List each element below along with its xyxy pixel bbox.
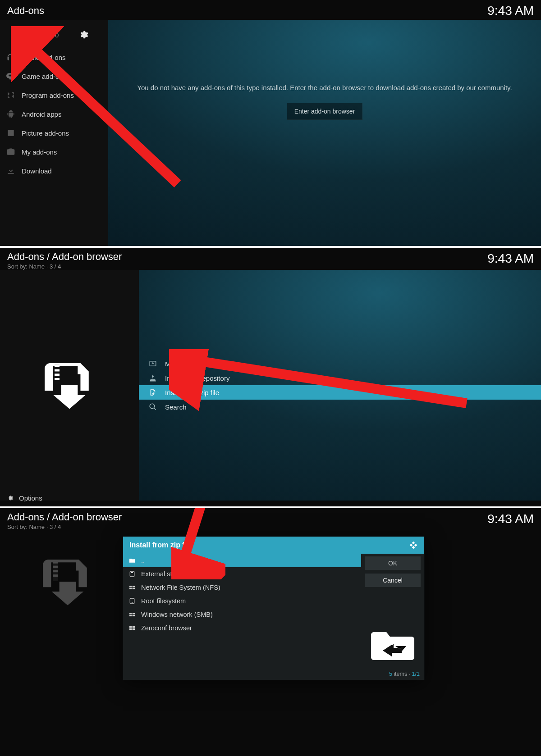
- svg-rect-26: [133, 615, 135, 616]
- dialog-row-up[interactable]: ..: [123, 554, 361, 567]
- install-from-zip-dialog: Install from zip file .. External storag…: [123, 536, 425, 680]
- sidebar-item-download[interactable]: Download: [0, 161, 108, 180]
- svg-rect-20: [133, 588, 135, 589]
- header: Add-ons 9:43 AM: [0, 0, 541, 20]
- install-from-zip-icon: [40, 557, 96, 608]
- dialog-row-label: ..: [141, 557, 145, 564]
- updates-count: 0: [55, 31, 59, 39]
- kodi-logo-icon: [409, 541, 418, 550]
- options-footer[interactable]: Options: [0, 491, 139, 506]
- header: Add-ons / Add-on browser Sort by: Name ·…: [0, 248, 541, 270]
- svg-rect-6: [55, 378, 60, 380]
- dialog-title-bar: Install from zip file: [123, 537, 424, 554]
- list-item-label: Install from repository: [165, 374, 229, 382]
- svg-rect-13: [53, 570, 58, 572]
- svg-rect-16: [131, 572, 133, 573]
- clock: 9:43 AM: [487, 4, 534, 18]
- sidebar: 0 Music add-ons Game add-ons Program add…: [0, 20, 108, 246]
- sidebar-item-label: Picture add-ons: [22, 129, 69, 137]
- clock: 9:43 AM: [487, 251, 534, 266]
- screen-addons: Add-ons 9:43 AM 0 Music add-ons: [0, 0, 541, 246]
- header: Add-ons / Add-on browser Sort by: Name ·…: [0, 508, 541, 530]
- dialog-row-smb[interactable]: Windows network (SMB): [123, 608, 361, 621]
- page-title: Add-ons / Add-on browser: [7, 251, 122, 262]
- sidebar-item-picture[interactable]: Picture add-ons: [0, 123, 108, 142]
- sidebar-item-program[interactable]: Program add-ons: [0, 86, 108, 105]
- svg-rect-4: [55, 369, 60, 372]
- dialog-row-nfs[interactable]: Network File System (NFS): [123, 581, 361, 594]
- svg-rect-24: [133, 613, 135, 614]
- svg-rect-11: [53, 561, 58, 564]
- svg-rect-17: [129, 586, 132, 587]
- side-panel: [0, 270, 139, 501]
- dialog-status-bar: 5 items · 1/1: [123, 669, 424, 680]
- list-item-label: Install from zip file: [165, 389, 219, 396]
- list-item-label: My add-ons: [165, 360, 200, 368]
- sidebar-item-label: Download: [22, 167, 52, 175]
- folder-preview-icon: [365, 591, 421, 666]
- page-subtitle: Sort by: Name · 3 / 4: [7, 524, 122, 530]
- list-item-my-addons[interactable]: My add-ons: [139, 356, 541, 371]
- svg-rect-12: [53, 566, 58, 568]
- enter-addon-browser-button[interactable]: Enter add-on browser: [287, 103, 363, 120]
- dialog-row-root[interactable]: Root filesystem: [123, 594, 361, 608]
- sidebar-item-android[interactable]: Android apps: [0, 105, 108, 123]
- dialog-row-zeroconf[interactable]: Zeroconf browser: [123, 621, 361, 635]
- svg-rect-5: [55, 374, 60, 376]
- svg-rect-29: [129, 628, 132, 630]
- options-label: Options: [19, 494, 42, 502]
- list-item-install-repo[interactable]: Install from repository: [139, 371, 541, 385]
- sidebar-item-label: Program add-ons: [22, 91, 74, 99]
- status-count: 5: [389, 671, 392, 677]
- status-items: items ·: [392, 671, 412, 677]
- list-item-search[interactable]: Search: [139, 400, 541, 414]
- sidebar-item-label: Android apps: [22, 110, 61, 118]
- page-title: Add-ons / Add-on browser: [7, 512, 122, 523]
- page-title: Add-ons: [7, 5, 44, 17]
- dialog-row-label: Root filesystem: [141, 597, 186, 605]
- dialog-side-panel: OK Cancel: [361, 554, 424, 669]
- dialog-title: Install from zip file: [129, 541, 193, 549]
- dialog-row-label: External storage: [141, 570, 189, 578]
- main-content: You do not have any add-ons of this type…: [108, 20, 541, 246]
- page-subtitle: Sort by: Name · 3 / 4: [7, 263, 122, 270]
- sidebar-item-myaddons[interactable]: My add-ons: [0, 142, 108, 161]
- svg-rect-30: [133, 628, 135, 630]
- updates-indicator[interactable]: 0: [42, 30, 59, 40]
- dialog-row-external[interactable]: External storage: [123, 567, 361, 581]
- status-position: 1/1: [412, 671, 420, 677]
- svg-rect-15: [130, 571, 134, 577]
- clock: 9:43 AM: [487, 512, 534, 526]
- sidebar-item-game[interactable]: Game add-ons: [0, 67, 108, 86]
- sidebar-item-label: My add-ons: [22, 148, 57, 156]
- svg-rect-19: [129, 588, 132, 589]
- ok-button[interactable]: OK: [365, 556, 421, 570]
- gear-icon[interactable]: [78, 30, 88, 40]
- screen-zip-dialog: Add-ons / Add-on browser Sort by: Name ·…: [0, 508, 541, 756]
- svg-rect-3: [55, 365, 60, 367]
- svg-rect-14: [53, 574, 58, 577]
- svg-rect-28: [133, 626, 135, 628]
- main-list: My add-ons Install from repository Insta…: [139, 270, 541, 501]
- empty-state-text: You do not have any add-ons of this type…: [137, 83, 512, 93]
- cancel-button[interactable]: Cancel: [365, 574, 421, 587]
- svg-rect-25: [129, 615, 132, 616]
- svg-rect-27: [129, 626, 132, 628]
- dialog-row-label: Windows network (SMB): [141, 611, 213, 618]
- sidebar-item-music[interactable]: Music add-ons: [0, 48, 108, 67]
- box-icon[interactable]: [13, 30, 23, 40]
- install-from-zip-icon: [41, 360, 97, 410]
- svg-rect-18: [133, 586, 135, 587]
- list-item-install-zip[interactable]: Install from zip file: [139, 385, 541, 400]
- dialog-row-label: Zeroconf browser: [141, 624, 192, 632]
- sidebar-item-label: Game add-ons: [22, 73, 66, 80]
- dialog-file-list: .. External storage Network File System …: [123, 554, 361, 669]
- list-item-label: Search: [165, 403, 187, 411]
- sidebar-item-label: Music add-ons: [22, 54, 66, 61]
- dialog-row-label: Network File System (NFS): [141, 584, 220, 591]
- screen-addon-browser: Add-ons / Add-on browser Sort by: Name ·…: [0, 248, 541, 506]
- svg-point-22: [132, 602, 133, 603]
- svg-rect-23: [129, 613, 132, 614]
